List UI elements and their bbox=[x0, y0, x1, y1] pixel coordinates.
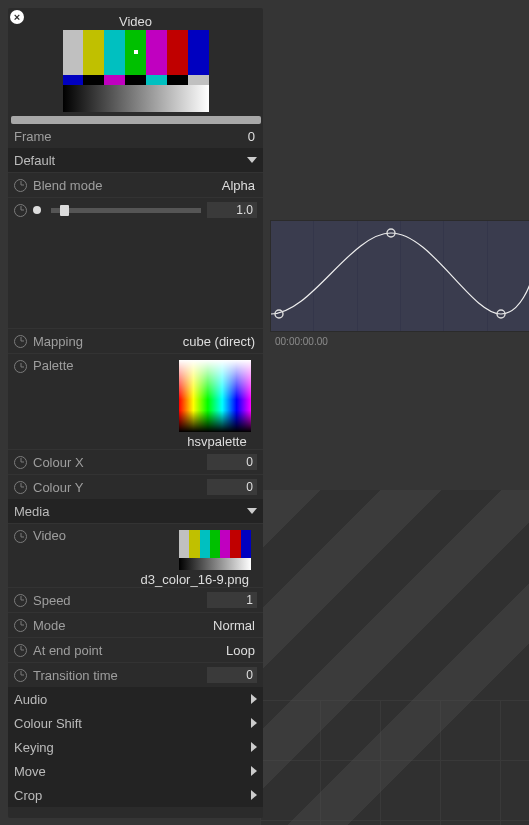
mode-value[interactable]: Normal bbox=[213, 618, 257, 633]
endpoint-value[interactable]: Loop bbox=[226, 643, 257, 658]
mapping-label: Mapping bbox=[33, 334, 183, 349]
keyframe-icon[interactable] bbox=[33, 206, 41, 214]
palette-value: hsvpalette bbox=[179, 434, 257, 449]
chevron-right-icon bbox=[251, 790, 257, 800]
chevron-right-icon bbox=[251, 742, 257, 752]
section-audio-label: Audio bbox=[14, 692, 47, 707]
panel-title: Video bbox=[8, 14, 263, 29]
endpoint-label: At end point bbox=[33, 643, 226, 658]
palette-label: Palette bbox=[33, 358, 179, 373]
chevron-down-icon bbox=[247, 508, 257, 514]
mode-row[interactable]: Mode Normal bbox=[8, 612, 263, 637]
coloury-row[interactable]: Colour Y 0 bbox=[8, 474, 263, 499]
section-default[interactable]: Default bbox=[8, 148, 263, 172]
scrub-bar[interactable] bbox=[11, 116, 261, 124]
section-default-label: Default bbox=[14, 153, 55, 168]
media-filename: d3_color_16-9.png bbox=[141, 572, 251, 587]
opacity-value[interactable]: 1.0 bbox=[207, 202, 257, 218]
mapping-row[interactable]: Mapping cube (direct) bbox=[8, 328, 263, 353]
transition-row[interactable]: Transition time 0 bbox=[8, 662, 263, 687]
blend-row[interactable]: Blend mode Alpha bbox=[8, 172, 263, 197]
speed-label: Speed bbox=[33, 593, 207, 608]
section-media[interactable]: Media bbox=[8, 499, 263, 523]
speed-value[interactable]: 1 bbox=[207, 592, 257, 608]
media-thumbnail[interactable] bbox=[179, 530, 251, 570]
curve-editor[interactable]: 00:00:00.00 bbox=[270, 220, 529, 332]
clock-icon bbox=[14, 619, 27, 632]
chevron-right-icon bbox=[251, 718, 257, 728]
section-colourshift-label: Colour Shift bbox=[14, 716, 82, 731]
chevron-down-icon bbox=[247, 157, 257, 163]
endpoint-row[interactable]: At end point Loop bbox=[8, 637, 263, 662]
frame-value[interactable]: 0 bbox=[248, 129, 257, 144]
slider-thumb[interactable] bbox=[60, 205, 69, 216]
section-crop[interactable]: Crop bbox=[8, 783, 263, 807]
section-colour-shift[interactable]: Colour Shift bbox=[8, 711, 263, 735]
colourx-label: Colour X bbox=[33, 455, 207, 470]
coloury-label: Colour Y bbox=[33, 480, 207, 495]
clock-icon bbox=[14, 335, 27, 348]
blend-value[interactable]: Alpha bbox=[222, 178, 257, 193]
clock-icon bbox=[14, 669, 27, 682]
clock-icon bbox=[14, 594, 27, 607]
video-label: Video bbox=[33, 528, 141, 543]
palette-row[interactable]: Palette hsvpalette bbox=[8, 353, 263, 449]
clock-icon bbox=[14, 360, 27, 373]
chevron-right-icon bbox=[251, 694, 257, 704]
video-preview[interactable] bbox=[63, 30, 209, 112]
chevron-right-icon bbox=[251, 766, 257, 776]
section-media-label: Media bbox=[14, 504, 49, 519]
clock-icon bbox=[14, 530, 27, 543]
section-move-label: Move bbox=[14, 764, 46, 779]
speed-row[interactable]: Speed 1 bbox=[8, 587, 263, 612]
opacity-slider[interactable] bbox=[51, 208, 201, 213]
clock-icon bbox=[14, 204, 27, 217]
clock-icon bbox=[14, 481, 27, 494]
section-audio[interactable]: Audio bbox=[8, 687, 263, 711]
mapping-value[interactable]: cube (direct) bbox=[183, 334, 257, 349]
opacity-row[interactable]: 1.0 bbox=[8, 197, 263, 222]
section-keying[interactable]: Keying bbox=[8, 735, 263, 759]
video-panel: × Video Frame 0 Default Blend mode Alpha… bbox=[8, 8, 263, 818]
frame-row[interactable]: Frame 0 bbox=[8, 124, 263, 148]
clock-icon bbox=[14, 644, 27, 657]
section-keying-label: Keying bbox=[14, 740, 54, 755]
video-row[interactable]: Video d3_color_16-9.png bbox=[8, 523, 263, 587]
transition-label: Transition time bbox=[33, 668, 207, 683]
clock-icon bbox=[14, 179, 27, 192]
curve-path bbox=[271, 221, 529, 331]
transition-value[interactable]: 0 bbox=[207, 667, 257, 683]
coloury-value[interactable]: 0 bbox=[207, 479, 257, 495]
blend-label: Blend mode bbox=[33, 178, 222, 193]
section-move[interactable]: Move bbox=[8, 759, 263, 783]
mode-label: Mode bbox=[33, 618, 213, 633]
frame-label: Frame bbox=[14, 129, 248, 144]
timeline-timecode: 00:00:00.00 bbox=[275, 336, 328, 347]
colourx-row[interactable]: Colour X 0 bbox=[8, 449, 263, 474]
clock-icon bbox=[14, 456, 27, 469]
section-crop-label: Crop bbox=[14, 788, 42, 803]
palette-swatch[interactable] bbox=[179, 360, 251, 432]
colourx-value[interactable]: 0 bbox=[207, 454, 257, 470]
